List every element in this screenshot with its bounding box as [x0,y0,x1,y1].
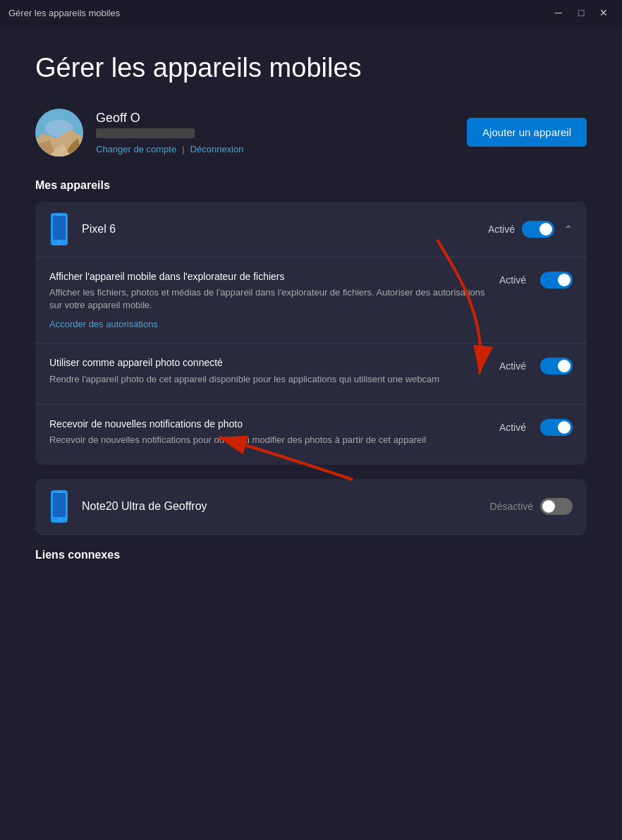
pixel6-header: Pixel 6 Activé ⌃ [35,202,587,257]
my-devices-heading: Mes appareils [35,179,587,192]
account-row: Geoff O Changer de compte | Déconnexion … [35,109,587,157]
link-separator: | [182,144,184,154]
svg-point-9 [58,241,61,244]
svg-point-13 [58,518,61,521]
note20-toggle[interactable] [540,498,573,515]
account-links: Changer de compte | Déconnexion [96,144,243,154]
photo-notif-setting: Recevoir de nouvelles notifications de p… [35,405,587,465]
close-button[interactable]: ✕ [594,6,614,20]
minimize-button[interactable]: ─ [549,6,568,20]
camera-title: Utiliser comme appareil photo connecté [49,356,485,369]
phone-icon-note20 [49,490,69,523]
pixel6-status-label: Activé [488,224,515,235]
file-explorer-status: Activé [499,274,526,286]
svg-rect-8 [53,216,66,240]
camera-setting: Utiliser comme appareil photo connecté R… [35,343,587,404]
titlebar-title: Gérer les appareils mobiles [8,8,120,18]
main-content: Gérer les appareils mobiles [0,25,622,840]
camera-right: Activé [499,358,573,375]
grant-permissions-link[interactable]: Accorder des autorisations [49,319,158,329]
svg-rect-14 [56,492,62,493]
note20-card: Note20 Ultra de Geoffroy Désactivé [35,479,587,535]
titlebar: Gérer les appareils mobiles ─ □ ✕ [0,0,622,25]
related-links-heading: Liens connexes [35,549,587,561]
note20-status-label: Désactivé [490,501,533,512]
account-email [96,128,195,138]
photo-notif-title: Recevoir de nouvelles notifications de p… [49,418,485,430]
note20-name: Note20 Ultra de Geoffroy [82,500,490,513]
pixel6-toggle[interactable] [522,221,554,238]
note20-header: Note20 Ultra de Geoffroy Désactivé [35,479,587,535]
maximize-button[interactable]: □ [571,6,591,20]
svg-rect-10 [56,214,62,216]
file-explorer-toggle[interactable] [540,272,573,288]
photo-notif-toggle[interactable] [540,419,573,436]
photo-notif-desc: Recevoir de nouvelles notifications pour… [49,434,485,446]
file-explorer-right: Activé [499,272,573,288]
photo-notif-text: Recevoir de nouvelles notifications de p… [49,418,485,452]
camera-status: Activé [499,360,526,372]
file-explorer-desc: Afficher les fichiers, photos et médias … [49,286,485,312]
account-details: Geoff O Changer de compte | Déconnexion [96,111,243,154]
pixel6-name: Pixel 6 [82,223,488,236]
avatar [35,109,83,157]
pixel6-card: Pixel 6 Activé ⌃ Afficher l'appareil mob… [35,202,587,465]
add-device-button[interactable]: Ajouter un appareil [467,118,587,147]
account-name: Geoff O [96,111,243,126]
titlebar-controls: ─ □ ✕ [549,6,614,20]
camera-toggle[interactable] [540,358,573,375]
logout-link[interactable]: Déconnexion [190,144,244,154]
photo-notif-right: Activé [499,419,573,436]
phone-icon [49,213,69,245]
photo-notif-status: Activé [499,422,526,433]
file-explorer-title: Afficher l'appareil mobile dans l'explor… [49,270,485,283]
svg-rect-12 [53,493,66,517]
pixel6-chevron[interactable]: ⌃ [564,224,573,235]
account-info: Geoff O Changer de compte | Déconnexion [35,109,243,157]
camera-text: Utiliser comme appareil photo connecté R… [49,356,485,391]
file-explorer-text: Afficher l'appareil mobile dans l'explor… [49,270,485,331]
file-explorer-setting: Afficher l'appareil mobile dans l'explor… [35,257,587,344]
change-account-link[interactable]: Changer de compte [96,144,176,154]
page-title: Gérer les appareils mobiles [35,54,587,83]
camera-desc: Rendre l'appareil photo de cet appareil … [49,373,485,386]
